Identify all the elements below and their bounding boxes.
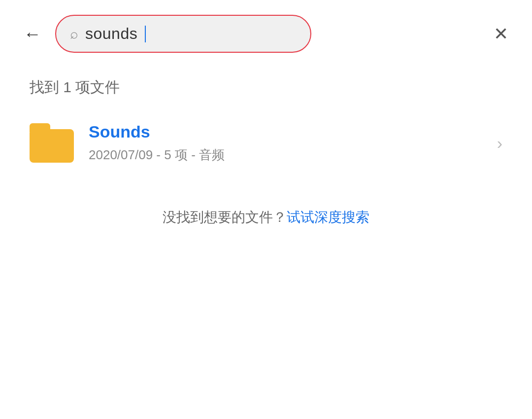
file-meta: 2020/07/09 - 5 项 - 音频 xyxy=(89,146,482,164)
result-count-label: 找到 1 项文件 xyxy=(0,63,532,107)
deep-search-link[interactable]: 试试深度搜索 xyxy=(287,210,369,225)
hint-text: 没找到想要的文件？ xyxy=(163,210,287,225)
folder-body xyxy=(30,129,74,163)
deep-search-hint: 没找到想要的文件？试试深度搜索 xyxy=(0,178,532,237)
file-name: Sounds xyxy=(89,122,482,141)
table-row[interactable]: Sounds 2020/07/09 - 5 项 - 音频 › xyxy=(0,112,532,174)
search-icon: ⌕ xyxy=(70,26,78,42)
search-box-wrapper: ⌕ sounds xyxy=(55,15,480,53)
close-button[interactable]: ✕ xyxy=(490,20,512,48)
back-button[interactable]: ← xyxy=(20,21,45,47)
text-cursor xyxy=(145,26,146,42)
header: ← ⌕ sounds ✕ xyxy=(0,0,532,63)
file-list: Sounds 2020/07/09 - 5 项 - 音频 › xyxy=(0,107,532,178)
folder-icon xyxy=(30,123,74,163)
search-input[interactable]: sounds xyxy=(85,25,137,43)
search-box[interactable]: ⌕ sounds xyxy=(55,15,311,53)
file-info: Sounds 2020/07/09 - 5 项 - 音频 xyxy=(89,122,482,164)
chevron-right-icon: › xyxy=(497,134,502,153)
